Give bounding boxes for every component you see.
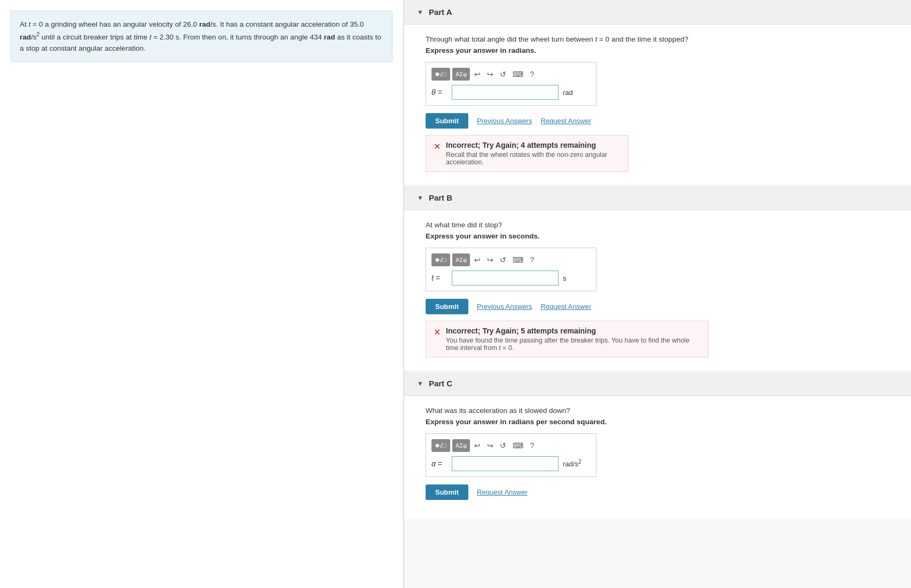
part-a-title: Part A [429,7,452,17]
part-c-header: ▼ Part C [404,371,911,396]
part-b-question: At what time did it stop? [426,221,890,229]
part-b-keyboard-btn[interactable]: ⌨ [511,255,525,265]
part-b-incorrect-icon: ✕ [434,327,441,337]
part-a-previous-answers-btn[interactable]: Previous Answers [477,117,532,125]
part-c-redo-btn[interactable]: ↪ [485,440,496,451]
part-a-undo-btn[interactable]: ↩ [472,69,483,80]
part-a-feedback-content: Incorrect; Try Again; 4 attempts remaini… [446,141,621,166]
part-a-feedback-title: Incorrect; Try Again; 4 attempts remaini… [446,141,621,149]
part-c-answer-box: ■√□ ΑΣφ ↩ ↪ ↺ ⌨ ? α = rad/s2 [426,433,596,477]
part-a-toolbar: ■√□ ΑΣφ ↩ ↪ ↺ ⌨ ? [431,68,591,81]
part-c-request-answer-btn[interactable]: Request Answer [477,488,528,496]
part-c-toolbar: ■√□ ΑΣφ ↩ ↪ ↺ ⌨ ? [431,439,591,452]
problem-statement: At t = 0 a grinding wheel has an angular… [11,11,392,62]
part-c-submit-row: Submit Request Answer [426,484,890,500]
part-b-title: Part B [429,193,452,202]
part-a-request-answer-btn[interactable]: Request Answer [540,117,591,125]
part-a-symbol-btn[interactable]: ΑΣφ [452,68,470,81]
part-c-question: What was its acceleration as it slowed d… [426,407,890,415]
part-a-help-btn[interactable]: ? [528,69,536,80]
part-b-symbol-btn[interactable]: ΑΣφ [452,253,470,266]
part-b-header: ▼ Part B [404,186,911,210]
part-c-title: Part C [429,379,452,388]
part-b-input-row: t = s [431,271,591,285]
part-c-input-row: α = rad/s2 [431,456,591,471]
part-a-feedback: ✕ Incorrect; Try Again; 4 attempts remai… [426,135,629,172]
part-a-submit-btn[interactable]: Submit [426,113,468,129]
left-panel: At t = 0 a grinding wheel has an angular… [0,0,403,588]
part-a-chevron-icon: ▼ [417,9,423,16]
part-b-var-label: t = [431,274,447,282]
part-a-reset-btn[interactable]: ↺ [498,69,508,80]
part-b-previous-answers-btn[interactable]: Previous Answers [477,303,532,311]
part-a-unit: rad [563,89,573,97]
part-c-var-label: α = [431,459,447,468]
part-b-answer-box: ■√□ ΑΣφ ↩ ↪ ↺ ⌨ ? t = s [426,248,596,291]
right-panel: ▼ Part A Through what total angle did th… [404,0,911,588]
part-b-undo-btn[interactable]: ↩ [472,255,483,265]
part-b-reset-btn[interactable]: ↺ [498,255,508,265]
part-c-symbol-btn[interactable]: ΑΣφ [452,439,470,452]
part-a-math-btn[interactable]: ■√□ [431,68,450,81]
part-c-section: ▼ Part C What was its acceleration as it… [404,371,911,519]
part-a-answer-box: ■√□ ΑΣφ ↩ ↪ ↺ ⌨ ? θ = rad [426,62,596,106]
part-c-math-btn[interactable]: ■√□ [431,439,450,452]
part-a-redo-btn[interactable]: ↪ [485,69,496,80]
part-c-reset-btn[interactable]: ↺ [498,440,508,451]
part-b-chevron-icon: ▼ [417,194,423,202]
part-c-undo-btn[interactable]: ↩ [472,440,483,451]
part-b-feedback-detail: You have found the time passing after th… [446,337,701,352]
part-b-express: Express your answer in seconds. [426,232,890,240]
part-a-input[interactable] [452,85,559,100]
part-a-express: Express your answer in radians. [426,46,890,54]
part-a-keyboard-btn[interactable]: ⌨ [511,69,525,80]
part-a-body: Through what total angle did the wheel t… [404,25,911,185]
part-a-input-row: θ = rad [431,85,591,100]
part-b-feedback-content: Incorrect; Try Again; 5 attempts remaini… [446,327,701,352]
part-b-request-answer-btn[interactable]: Request Answer [540,303,591,311]
part-b-toolbar: ■√□ ΑΣφ ↩ ↪ ↺ ⌨ ? [431,253,591,266]
part-b-body: At what time did it stop? Express your a… [404,210,911,370]
part-c-body: What was its acceleration as it slowed d… [404,396,911,519]
part-a-section: ▼ Part A Through what total angle did th… [404,0,911,185]
part-c-keyboard-btn[interactable]: ⌨ [511,440,525,451]
part-a-question: Through what total angle did the wheel t… [426,35,890,43]
part-b-redo-btn[interactable]: ↪ [485,255,496,265]
part-b-section: ▼ Part B At what time did it stop? Expre… [404,186,911,370]
part-c-input[interactable] [452,456,559,471]
part-b-submit-row: Submit Previous Answers Request Answer [426,299,890,314]
part-c-submit-btn[interactable]: Submit [426,484,468,500]
part-c-express: Express your answer in radians per secon… [426,418,890,426]
part-c-help-btn[interactable]: ? [528,440,536,451]
part-b-feedback-title: Incorrect; Try Again; 5 attempts remaini… [446,327,701,335]
part-a-submit-row: Submit Previous Answers Request Answer [426,113,890,129]
part-a-var-label: θ = [431,88,447,97]
part-a-incorrect-icon: ✕ [434,141,441,152]
part-b-unit: s [563,274,567,282]
part-a-header: ▼ Part A [404,0,911,25]
part-b-feedback: ✕ Incorrect; Try Again; 5 attempts remai… [426,321,709,357]
part-b-input[interactable] [452,271,559,285]
part-a-feedback-detail: Recall that the wheel rotates with the n… [446,151,621,166]
part-b-math-btn[interactable]: ■√□ [431,253,450,266]
part-b-help-btn[interactable]: ? [528,255,536,265]
part-c-unit: rad/s2 [563,459,581,468]
part-b-submit-btn[interactable]: Submit [426,299,468,314]
part-c-chevron-icon: ▼ [417,380,423,387]
